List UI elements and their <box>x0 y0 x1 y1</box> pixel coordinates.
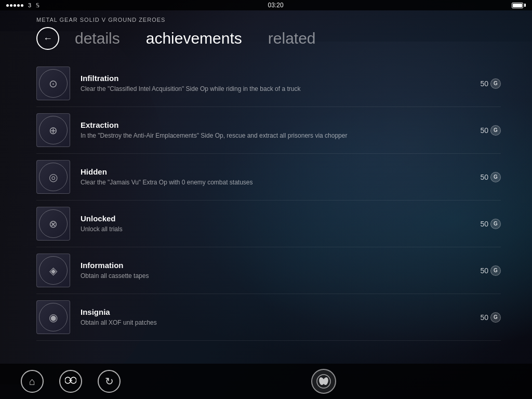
battery-tip <box>524 4 526 7</box>
achievement-item-insignia[interactable]: ◉ Insignia Obtain all XOF unit patches 5… <box>36 294 501 341</box>
achievement-icon-symbol: ⊙ <box>49 77 58 90</box>
achievement-icon-hidden: ◎ <box>36 160 70 194</box>
achievement-desc: In the "Destroy the Anti-Air Emplacement… <box>81 131 470 140</box>
refresh-button[interactable]: ↻ <box>98 370 121 393</box>
achievement-item-extraction[interactable]: ⊕ Extraction In the "Destroy the Anti-Ai… <box>36 107 501 154</box>
achievement-item-information[interactable]: ◈ Information Obtain all cassette tapes … <box>36 247 501 294</box>
status-bar: 3 𝕊 03:20 <box>0 0 532 10</box>
achievement-text-unlocked: Unlocked Unlock all trials <box>81 214 470 234</box>
achievement-score-unlocked: 50 G <box>480 219 501 229</box>
achievement-name: Information <box>81 261 470 270</box>
achievement-icon-symbol: ⊕ <box>49 124 58 137</box>
achievement-desc: Clear the "Jamais Vu" Extra Op with 0 en… <box>81 178 470 187</box>
achievement-text-information: Information Obtain all cassette tapes <box>81 261 470 281</box>
achievement-icon-symbol: ◉ <box>49 311 58 324</box>
back-button[interactable]: ← <box>36 27 59 50</box>
signal-dot <box>17 4 20 7</box>
signal-dot <box>21 4 23 7</box>
nav-row: ← details achievements related <box>36 27 501 50</box>
achievement-item-infiltration[interactable]: ⊙ Infiltration Clear the "Classified Int… <box>36 60 501 107</box>
achievement-desc: Obtain all cassette tapes <box>81 272 470 281</box>
achievement-icon-infiltration: ⊙ <box>36 66 70 100</box>
signal-indicator <box>6 4 23 7</box>
g-badge: G <box>490 78 501 89</box>
achievement-name: Insignia <box>81 308 470 316</box>
achievement-icon-symbol: ◈ <box>49 264 57 277</box>
battery-fill <box>513 4 522 7</box>
tab-related[interactable]: related <box>268 30 316 47</box>
g-badge: G <box>490 265 501 276</box>
signal-dot <box>10 4 12 7</box>
signal-dot <box>6 4 9 7</box>
score-value: 50 <box>480 173 488 181</box>
achievement-name: Hidden <box>81 167 470 176</box>
achievement-list: ⊙ Infiltration Clear the "Classified Int… <box>36 60 501 341</box>
score-value: 50 <box>480 267 488 275</box>
time-display: 03:20 <box>268 2 284 9</box>
xbox-circle <box>311 369 336 394</box>
achievement-score-hidden: 50 G <box>480 172 501 182</box>
back-arrow-icon: ← <box>43 34 52 43</box>
g-badge: G <box>490 125 501 136</box>
achievement-score-extraction: 50 G <box>480 125 501 136</box>
battery-indicator <box>512 3 526 8</box>
xbox-icon <box>316 374 331 389</box>
wifi-icon: 𝕊 <box>36 2 39 9</box>
achievement-desc: Clear the "Classified Intel Acquisition"… <box>81 85 470 94</box>
achievement-desc: Obtain all XOF unit patches <box>81 318 470 327</box>
achievement-desc: Unlock all trials <box>81 225 470 234</box>
g-badge: G <box>490 219 501 229</box>
achievement-icon-unlocked: ⊗ <box>36 207 70 241</box>
achievement-item-unlocked[interactable]: ⊗ Unlocked Unlock all trials 50 G <box>36 201 501 247</box>
achievement-icon-symbol: ◎ <box>49 171 58 183</box>
carrier-label: 3 <box>28 2 31 8</box>
home-icon: ⌂ <box>29 376 35 388</box>
achievement-score-insignia: 50 G <box>480 312 501 323</box>
bottom-bar: ⌂ ↻ <box>0 364 532 399</box>
refresh-icon: ↻ <box>105 375 114 388</box>
achievement-text-infiltration: Infiltration Clear the "Classified Intel… <box>81 74 470 94</box>
achievement-text-insignia: Insignia Obtain all XOF unit patches <box>81 308 470 327</box>
signal-dot <box>14 4 16 7</box>
achievement-icon-extraction: ⊕ <box>36 113 70 147</box>
gamepad-button[interactable] <box>59 370 82 393</box>
tab-details[interactable]: details <box>75 30 120 47</box>
main-content: METAL GEAR SOLID V GROUND ZEROES ← detai… <box>0 10 532 341</box>
achievement-item-hidden[interactable]: ◎ Hidden Clear the "Jamais Vu" Extra Op … <box>36 154 501 201</box>
achievement-score-infiltration: 50 G <box>480 78 501 89</box>
xbox-logo[interactable] <box>311 368 337 394</box>
g-badge: G <box>490 312 501 323</box>
achievement-icon-insignia: ◉ <box>36 300 70 334</box>
battery-body <box>512 3 523 8</box>
score-value: 50 <box>480 126 488 135</box>
app-title: METAL GEAR SOLID V GROUND ZEROES <box>36 10 501 27</box>
status-left: 3 𝕊 <box>6 2 39 9</box>
achievement-text-hidden: Hidden Clear the "Jamais Vu" Extra Op wi… <box>81 167 470 187</box>
achievement-score-information: 50 G <box>480 265 501 276</box>
g-badge: G <box>490 172 501 182</box>
achievement-name: Extraction <box>81 121 470 129</box>
achievement-name: Infiltration <box>81 74 470 83</box>
nav-tabs: details achievements related <box>75 30 316 47</box>
achievement-icon-information: ◈ <box>36 254 70 287</box>
tab-achievements[interactable]: achievements <box>146 30 242 47</box>
home-button[interactable]: ⌂ <box>21 370 44 393</box>
gamepad-icon <box>65 376 76 387</box>
achievement-name: Unlocked <box>81 214 470 223</box>
achievement-text-extraction: Extraction In the "Destroy the Anti-Air … <box>81 121 470 140</box>
score-value: 50 <box>480 79 488 88</box>
score-value: 50 <box>480 220 488 228</box>
score-value: 50 <box>480 313 488 322</box>
achievement-icon-symbol: ⊗ <box>49 218 58 230</box>
